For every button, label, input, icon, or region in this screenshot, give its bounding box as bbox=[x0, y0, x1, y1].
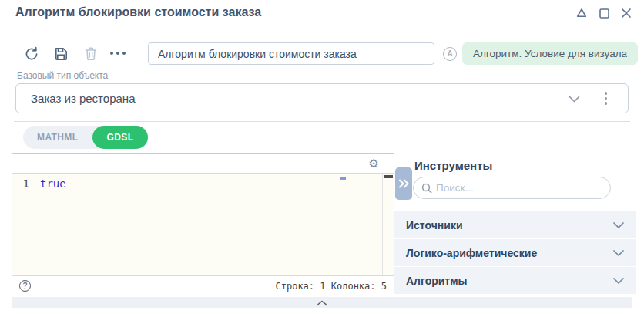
code-text: true bbox=[40, 177, 66, 190]
code-area[interactable]: 1 true bbox=[12, 174, 394, 275]
base-type-label: Базовый тип объекта bbox=[17, 70, 108, 81]
base-type-select[interactable]: Заказ из ресторана bbox=[15, 83, 629, 113]
cursor-position: Строка: 1 Колонка: 5 bbox=[276, 281, 387, 292]
section-label: Источники bbox=[406, 219, 463, 231]
scrollbar-thumb[interactable] bbox=[384, 175, 393, 178]
code-line: 1 true bbox=[12, 176, 394, 191]
section-label: Алгоритмы bbox=[406, 275, 468, 287]
section-label: Логико-арифметические bbox=[406, 247, 537, 259]
section-logic-arithmetic[interactable]: Логико-арифметические bbox=[394, 239, 636, 266]
tools-panel: Инструменты Источники Логико-арифметичес… bbox=[394, 153, 636, 295]
delete-icon[interactable] bbox=[83, 46, 99, 62]
code-editor: ⚙ 1 true ? Строка: 1 Колонка: 5 bbox=[12, 153, 394, 295]
chevron-down-icon[interactable] bbox=[569, 96, 580, 103]
section-algorithms[interactable]: Алгоритмы bbox=[394, 267, 636, 294]
algorithm-type-badge: Алгоритм. Условие для визуала bbox=[462, 42, 638, 65]
window-title: Алгоритм блокировки стоимости заказа bbox=[15, 5, 261, 19]
tab-gdsl[interactable]: GDSL bbox=[92, 126, 149, 149]
gear-icon[interactable]: ⚙ bbox=[369, 156, 379, 171]
kebab-menu-icon[interactable] bbox=[603, 90, 609, 106]
refresh-icon[interactable] bbox=[24, 46, 39, 62]
editor-status-bar: ? Строка: 1 Колонка: 5 bbox=[12, 275, 394, 295]
app-window: Алгоритм блокировки стоимости заказа A А… bbox=[0, 0, 644, 314]
editor-scrollbar[interactable] bbox=[382, 174, 394, 275]
save-icon[interactable] bbox=[53, 46, 69, 62]
algorithm-name-input[interactable] bbox=[148, 42, 434, 65]
tools-search-input[interactable] bbox=[436, 182, 602, 194]
help-icon[interactable]: ? bbox=[19, 280, 31, 292]
tools-panel-title: Инструменты bbox=[414, 159, 492, 172]
window-header: Алгоритм блокировки стоимости заказа bbox=[0, 0, 644, 25]
bottom-collapse-bar[interactable] bbox=[12, 297, 632, 308]
tools-search[interactable] bbox=[413, 177, 611, 199]
editor-header: ⚙ bbox=[12, 154, 394, 174]
panel-collapse-button[interactable] bbox=[395, 167, 412, 200]
language-tabs: MATHML GDSL bbox=[23, 126, 148, 149]
search-icon bbox=[421, 183, 432, 194]
divider bbox=[14, 121, 630, 122]
tab-mathml[interactable]: MATHML bbox=[23, 126, 92, 149]
window-controls bbox=[575, 7, 632, 19]
close-icon[interactable] bbox=[621, 8, 632, 19]
a-badge-icon: A bbox=[443, 47, 457, 61]
chevron-up-icon bbox=[317, 300, 327, 306]
tools-sections: Источники Логико-арифметические Алгоритм… bbox=[394, 211, 636, 295]
chevron-down-icon bbox=[613, 250, 624, 256]
overview-ruler-marker bbox=[340, 177, 346, 180]
double-chevron-right-icon bbox=[398, 178, 410, 189]
collapse-triangle-icon[interactable] bbox=[575, 7, 588, 19]
section-sources[interactable]: Источники bbox=[394, 211, 636, 238]
chevron-down-icon bbox=[613, 278, 624, 284]
line-number: 1 bbox=[12, 177, 40, 190]
more-actions-icon[interactable] bbox=[110, 52, 126, 55]
base-type-value: Заказ из ресторана bbox=[31, 84, 135, 113]
chevron-down-icon bbox=[613, 222, 624, 228]
maximize-icon[interactable] bbox=[599, 8, 610, 19]
